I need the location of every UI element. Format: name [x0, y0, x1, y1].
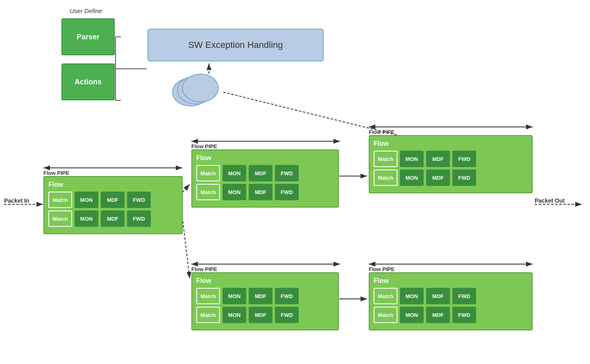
cell-fwd-mt1: FWD [275, 165, 299, 181]
flow-container-mid-bot: Flow Match MON MDF FWD Match MON MDF FWD [191, 272, 339, 330]
diagram: User Define Parser Actions SW Exception … [0, 0, 590, 364]
cell-mon-rb1: MON [400, 288, 424, 304]
flow-row-rb-1: Match MON MDF FWD [374, 288, 528, 304]
flow-container-right-bot: Flow Match MON MDF FWD Match MON MDF FWD [369, 272, 533, 330]
cell-fwd-mb2: FWD [275, 307, 299, 323]
sw-exception-box: SW Exception Handling [148, 29, 324, 61]
cell-match-mb1: Match [196, 288, 220, 304]
cell-fwd-l1: FWD [127, 192, 151, 208]
cell-mdf-mb1: MDF [249, 288, 272, 304]
cell-match-mb2: Match [196, 307, 220, 323]
flow-title-mid-top: Flow [196, 154, 334, 162]
parser-box: Parser [61, 18, 115, 55]
cell-fwd-rt2: FWD [452, 170, 476, 186]
flow-title-left: Flow [48, 181, 178, 188]
flow-container-left: Flow Match MON MDF FWD Match MON MDF FWD [43, 176, 183, 234]
cell-mdf-mt1: MDF [249, 165, 272, 181]
cell-match-mt1: Match [196, 165, 220, 181]
cell-fwd-l2: FWD [127, 210, 151, 227]
cell-match-rb2: Match [374, 307, 397, 323]
cell-mon-l1: MON [75, 192, 98, 208]
cell-mdf-mb2: MDF [249, 307, 272, 323]
flow-row-rt-2: Match MON MDF FWD [374, 170, 528, 186]
flow-row-left-1: Match MON MDF FWD [48, 192, 178, 208]
cell-mon-l2: MON [75, 210, 98, 227]
connector-2 [182, 217, 190, 278]
user-define-label: User Define [70, 7, 102, 14]
cell-fwd-rb2: FWD [452, 307, 476, 323]
flow-title-right-bot: Flow [374, 277, 528, 285]
cell-match-rt1: Match [374, 151, 397, 167]
flow-row-mt-1: Match MON MDF FWD [196, 165, 334, 181]
cell-mon-mb2: MON [222, 307, 246, 323]
flow-row-mb-1: Match MON MDF FWD [196, 288, 334, 304]
flow-row-mt-2: Match MON MDF FWD [196, 184, 334, 200]
flow-container-right-top: Flow Match MON MDF FWD Match MON MDF FWD [369, 135, 533, 193]
cell-mon-mt1: MON [222, 165, 246, 181]
packet-out-label: Packet Out [535, 197, 565, 204]
cell-match-mt2: Match [196, 184, 220, 200]
cell-mon-mt2: MON [222, 184, 246, 200]
cell-mon-mb1: MON [222, 288, 246, 304]
packet-process-circle-3 [182, 74, 219, 102]
cell-mdf-rt1: MDF [426, 151, 450, 167]
cell-fwd-rb1: FWD [452, 288, 476, 304]
packet-in-label: Packet In [4, 197, 29, 204]
cell-mdf-l1: MDF [101, 192, 125, 208]
cell-mdf-mt2: MDF [249, 184, 272, 200]
flow-container-mid-top: Flow Match MON MDF FWD Match MON MDF FWD [191, 149, 339, 208]
cell-match-l1: Match [48, 192, 72, 208]
cell-mon-rt1: MON [400, 151, 424, 167]
connector-1 [182, 184, 190, 192]
cell-mdf-rb1: MDF [426, 288, 450, 304]
cell-mon-rt2: MON [400, 170, 424, 186]
flow-title-right-top: Flow [374, 140, 528, 147]
cell-fwd-rt1: FWD [452, 151, 476, 167]
cell-match-l2: Match [48, 210, 72, 227]
flow-row-mb-2: Match MON MDF FWD [196, 307, 334, 323]
flow-title-mid-bot: Flow [196, 277, 334, 285]
cell-mdf-rt2: MDF [426, 170, 450, 186]
cell-match-rt2: Match [374, 170, 397, 186]
flow-row-left-2: Match MON MDF FWD [48, 210, 178, 227]
flow-row-rb-2: Match MON MDF FWD [374, 307, 528, 323]
cell-mdf-l2: MDF [101, 210, 125, 227]
cell-fwd-mb1: FWD [275, 288, 299, 304]
cell-fwd-mt2: FWD [275, 184, 299, 200]
cell-mdf-rb2: MDF [426, 307, 450, 323]
cell-match-rb1: Match [374, 288, 397, 304]
flow-row-rt-1: Match MON MDF FWD [374, 151, 528, 167]
actions-box: Actions [61, 63, 115, 100]
cell-mon-rb2: MON [400, 307, 424, 323]
